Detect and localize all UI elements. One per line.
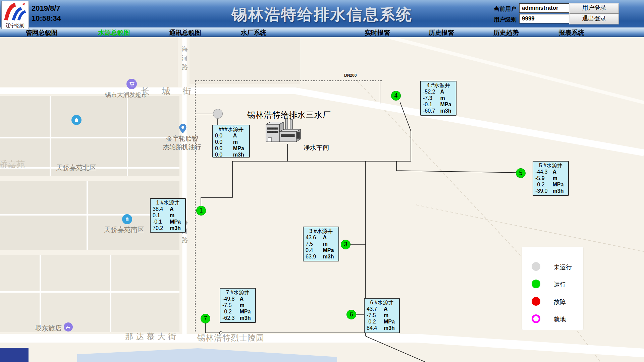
well-marker-stopped[interactable] [213,109,223,119]
login-button[interactable]: 用户登录 [569,3,619,14]
poi-tianjiao-label: 天骄嘉苑 [0,159,25,170]
well-pressure: -0.2 [367,318,384,325]
well-box-1[interactable]: 1 #水源井 38.4A 0.1m -0.1MPa 70.2m3h [150,198,186,233]
well-box-7[interactable]: 7 #水源井 -49.8A -7.5m -0.2MPa -62.3m3h [220,288,256,323]
current-user-field[interactable]: administrator [519,3,571,13]
legend-running-dot [532,280,540,288]
building-icon-north [71,115,82,125]
plant-name-label: 锡林浩特给排水三水厂 [247,110,331,120]
unit-amp: A [384,306,388,312]
map-canvas: 锡林浩特给排水三水厂 净水车间 DN200 长城街 锡市大润发超市 天骄嘉苑 天… [0,37,644,362]
well-current: -52.2 [423,88,440,95]
current-user-label: 当前用户 [494,5,517,13]
well-box-4[interactable]: 4 #水源井 -52.2A -7.3m -0.1MPa -60.7m3h [420,81,457,116]
legend-local-dot [532,314,540,323]
user-level-field[interactable]: 9999 [519,14,571,23]
well-level: 0.0 [215,139,233,145]
time-text: 10:58:34 [32,13,61,23]
well-marker-3[interactable]: 3 [341,240,351,249]
well-box-5[interactable]: 5 #水源井 -44.3A -5.9m -0.2MPa -39.0m3h [533,161,569,196]
street-haihe-top: 海河路 [181,45,189,72]
poi-jinyu-line1: 金宇轮胎智 [160,134,204,143]
nav-history-alarm[interactable]: 历史报警 [429,28,454,37]
unit-m: m [384,312,388,318]
legend-stopped-dot [532,262,540,271]
well-current: 38.4 [153,206,170,212]
well-marker-7[interactable]: 7 [201,314,210,323]
well-level: -7.3 [423,95,440,101]
well-pressure: -0.1 [423,101,440,108]
well-pressure: 0.0 [215,145,233,152]
unit-m3h: m3h [170,225,181,231]
well-marker-5[interactable]: 5 [516,168,526,178]
well-current: -49.8 [222,296,240,302]
unit-m: m [170,212,174,219]
well-level: -7.5 [367,312,384,318]
status-legend: 未运行 运行 故障 就地 [522,247,583,330]
hotel-bed-icon [64,322,73,331]
well-pressure: -0.2 [535,181,553,188]
nav-history-trend[interactable]: 历史趋势 [493,28,519,37]
well-title: 1 #水源井 [151,199,185,206]
poi-tianjiao-south-label: 天骄嘉苑南区 [104,225,144,234]
page-title: 锡林浩特给排水信息系统 [232,4,413,25]
unit-mpa: MPa [440,101,451,108]
nav-water-source-overview[interactable]: 水源总貌图 [98,28,130,37]
nav-report-system[interactable]: 报表系统 [559,28,584,37]
company-logo: 辽宁铭朗 [1,1,29,29]
well-box-hash[interactable]: ###水源井 0.0A 0.0m 0.0MPa 0.0m3h [212,125,250,158]
user-level-label: 用户级别 [494,16,517,23]
datetime: 2019/8/7 10:58:34 [32,3,61,23]
well-title: 5 #水源井 [533,162,568,169]
unit-m3h: m3h [323,253,334,260]
nav-pipe-network-overview[interactable]: 管网总貌图 [26,28,58,37]
well-pressure: -0.2 [222,308,240,315]
shopping-cart-icon [126,79,137,89]
workshop-label: 净水车间 [304,143,329,152]
well-title: 4 #水源井 [421,81,456,88]
building-icon-south [122,214,132,224]
well-level: -5.9 [535,175,553,181]
unit-m: m [240,302,245,308]
well-pressure: -0.1 [153,219,170,225]
well-current: -44.3 [535,169,553,175]
well-marker-4[interactable]: 4 [391,91,401,101]
legend-local-label: 就地 [554,315,566,323]
unit-amp: A [240,296,244,302]
logo-text: 辽宁铭朗 [2,23,29,29]
well-current: 0.0 [215,132,233,139]
well-marker-6[interactable]: 6 [346,310,356,319]
poi-hotel-label: 垠东旅店 [35,324,62,333]
scada-screen: 2019/8/7 10:58:34 锡林浩特给排水信息系统 当前用户 admin… [0,0,644,362]
well-title: 7 #水源井 [220,289,255,296]
legend-fault-label: 故障 [554,298,566,306]
unit-mpa: MPa [384,318,395,325]
well-current: 43.7 [367,306,384,312]
well-marker-1[interactable]: 1 [196,206,206,216]
well-flow: 63.9 [306,253,323,260]
unit-amp: A [553,169,557,175]
nav-realtime-alarm[interactable]: 实时报警 [365,28,390,37]
poi-jinyu-label: 金宇轮胎智 杰轮胎机油行 [160,134,204,151]
well-level: -7.5 [222,302,240,308]
unit-amp: A [323,234,327,241]
logout-button[interactable]: 退出登录 [569,14,619,24]
well-flow: -62.3 [222,315,240,321]
nav-communication-overview[interactable]: 通讯总貌图 [169,28,201,37]
nav-water-plant-system[interactable]: 水厂系统 [241,28,266,37]
well-box-6[interactable]: 6 #水源井 43.7A -7.5m -0.2MPa 84.4m3h [364,298,400,333]
unit-mpa: MPa [233,145,244,152]
unit-mpa: MPa [323,247,334,253]
unit-amp: A [233,132,237,139]
well-pressure: 0.4 [306,247,323,253]
unit-m3h: m3h [553,188,564,194]
legend-stopped-label: 未运行 [554,263,572,271]
legend-running-label: 运行 [554,281,566,289]
well-flow: 70.2 [153,225,170,231]
well-box-3[interactable]: 3 #水源井 43.6A 7.5m 0.4MPa 63.9m3h [303,227,339,261]
unit-m: m [323,241,328,247]
unit-mpa: MPa [170,219,181,225]
well-level: 0.1 [153,212,170,219]
unit-m: m [553,175,557,181]
well-current: 43.6 [306,234,323,241]
